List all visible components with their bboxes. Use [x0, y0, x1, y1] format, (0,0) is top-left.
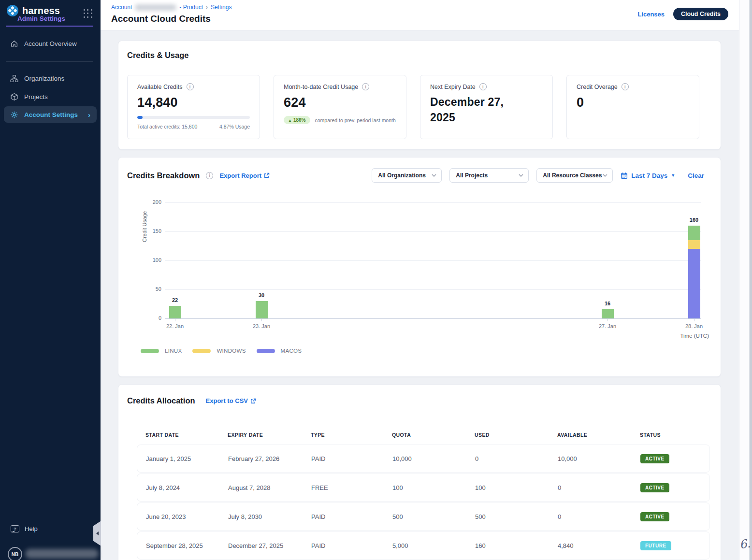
legend-item-macos[interactable]: MACOS [257, 348, 302, 354]
screen-edge [750, 0, 752, 560]
sidebar-item-organizations[interactable]: Organizations [4, 71, 97, 86]
resource-classes-filter[interactable]: All Resource Classes [536, 168, 613, 183]
allocation-table-header: START DATEEXPIRY DATETYPEQUOTAUSEDAVAILA… [137, 432, 710, 438]
projects-filter[interactable]: All Projects [449, 168, 529, 183]
sidebar-item-projects[interactable]: Projects [4, 89, 97, 104]
next-expiry-card: Next Expiry Date i December 27, 2025 [420, 75, 553, 139]
organizations-filter[interactable]: All Organizations [372, 168, 442, 183]
chevron-down-icon [519, 174, 523, 177]
chart-y-tick: 50 [142, 286, 161, 292]
arrow-up-icon: ▲ [288, 118, 292, 123]
credits-usage-panel: Credits & Usage Available Credits i 14,8… [118, 41, 721, 150]
table-cell: 500 [392, 513, 475, 520]
handwritten-annotation: 6. [738, 537, 752, 552]
legend-item-linux[interactable]: LINUX [141, 348, 182, 354]
chart-x-tickmark [175, 319, 175, 321]
chart-x-tick: 23. Jan [242, 323, 281, 329]
help-label: Help [25, 525, 38, 532]
breadcrumb-product[interactable]: - Product [179, 4, 203, 11]
sidebar-item-account-settings[interactable]: Account Settings › [4, 106, 97, 123]
chevron-down-icon [603, 174, 607, 177]
column-header: AVAILABLE [557, 432, 640, 438]
breadcrumb-account[interactable]: Account [111, 4, 132, 11]
caret-down-icon: ▼ [671, 173, 675, 178]
breadcrumb-chevron-icon: › [206, 4, 208, 11]
legend-swatch [141, 349, 159, 353]
bar-segment-windows [688, 240, 700, 249]
licenses-link[interactable]: Licenses [637, 11, 665, 18]
table-row[interactable]: January 1, 2025February 27, 2026PAID10,0… [137, 445, 710, 473]
table-cell: January 1, 2025 [146, 455, 228, 462]
home-icon [10, 40, 18, 48]
mtd-usage-label: Month-to-date Credit Usage [284, 84, 358, 90]
chart-x-tickmark [261, 319, 262, 321]
external-link-icon [264, 172, 270, 178]
info-icon[interactable]: i [206, 172, 213, 179]
user-name-redacted [25, 549, 99, 559]
table-cell: August 7, 2028 [228, 484, 311, 491]
date-range-picker[interactable]: Last 7 Days ▼ [621, 172, 675, 179]
legend-item-windows[interactable]: WINDOWS [192, 348, 246, 354]
info-icon[interactable]: i [187, 83, 194, 90]
legend-label: WINDOWS [217, 348, 246, 354]
credit-usage-chart: Credit Usage Time (UTC) 0501001502002222… [118, 194, 722, 345]
scrollbar-track[interactable] [739, 0, 750, 560]
breadcrumb-settings[interactable]: Settings [211, 4, 231, 11]
export-report-link[interactable]: Export Report [219, 172, 270, 179]
info-icon[interactable]: i [479, 83, 487, 90]
table-cell: June 20, 2023 [146, 513, 228, 520]
avatar[interactable]: NB [8, 547, 22, 560]
table-cell: FREE [311, 484, 392, 491]
chart-x-tick: 27. Jan [588, 323, 627, 329]
mtd-usage-value: 624 [284, 95, 396, 110]
available-credits-value: 14,840 [137, 95, 250, 110]
table-cell: 0 [558, 484, 640, 491]
column-header: USED [475, 432, 557, 438]
table-row[interactable]: June 20, 2023July 8, 2030PAID5005000ACTI… [137, 503, 710, 531]
table-cell: PAID [311, 455, 392, 462]
calendar-icon [621, 172, 628, 179]
table-row[interactable]: July 8, 2024August 7, 2028FREE1001000ACT… [137, 474, 710, 502]
bar-value-label: 22 [160, 297, 189, 303]
credit-overage-label: Credit Overage [577, 84, 618, 90]
date-range-label: Last 7 Days [631, 172, 667, 179]
legend-swatch [192, 349, 211, 353]
table-cell: July 8, 2024 [146, 484, 228, 491]
credits-breakdown-title: Credits Breakdown [127, 171, 200, 180]
table-row[interactable]: September 28, 2025December 27, 2025PAID5… [137, 531, 710, 560]
chevron-down-icon [432, 174, 436, 177]
table-cell: PAID [311, 513, 392, 520]
sidebar-item-account-overview[interactable]: Account Overview [4, 36, 97, 51]
bar-segment-linux [256, 301, 268, 318]
cube-icon [10, 93, 18, 101]
status-badge: FUTURE [640, 541, 671, 550]
clear-filters-link[interactable]: Clear [688, 172, 704, 179]
app-grid-icon[interactable] [84, 9, 93, 18]
table-cell: September 28, 2025 [146, 542, 228, 549]
bar-value-label: 160 [680, 217, 709, 223]
table-cell: 0 [558, 513, 640, 520]
legend-label: MACOS [281, 348, 302, 354]
bar-segment-linux [169, 306, 181, 318]
info-icon[interactable]: i [362, 83, 369, 90]
sidebar-item-label: Organizations [24, 75, 64, 82]
credits-allocation-title: Credits Allocation [127, 396, 195, 405]
delta-note: compared to prev. period last month [315, 117, 396, 123]
legend-swatch [257, 349, 275, 353]
chart-x-tickmark [607, 319, 608, 321]
cloud-credits-button[interactable]: Cloud Credits [673, 8, 728, 20]
brand-underline [6, 26, 93, 27]
chart-legend: LINUXWINDOWSMACOS [141, 348, 302, 354]
table-cell: 100 [392, 484, 475, 491]
chart-gridline [165, 231, 701, 232]
info-icon[interactable]: i [622, 83, 629, 90]
table-cell: February 27, 2026 [228, 455, 311, 462]
gear-icon [10, 111, 18, 119]
chevron-right-icon: › [88, 111, 90, 119]
credits-usage-title: Credits & Usage [127, 51, 188, 60]
help-button[interactable]: ? Help [11, 525, 38, 532]
column-header: QUOTA [392, 432, 475, 438]
export-csv-link[interactable]: Export to CSV [206, 397, 256, 404]
available-credits-card: Available Credits i 14,840 Total active … [127, 75, 260, 139]
page-title: Account Cloud Credits [111, 14, 211, 24]
